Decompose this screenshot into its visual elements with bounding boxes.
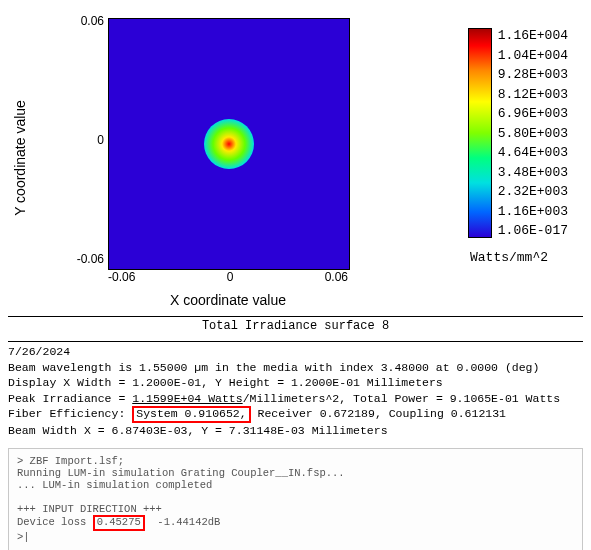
cb-tick: 6.96E+003 <box>498 106 568 121</box>
script-prompt-panel: > ZBF Import.lsf; Running LUM-in simulat… <box>8 448 583 550</box>
report-line: Beam Width X = 6.87403E-03, Y = 7.31148E… <box>8 424 388 437</box>
script-line: ... LUM-in simulation completed <box>17 479 212 491</box>
report-title: Total Irradiance surface 8 <box>8 319 583 333</box>
y-axis-label: Y coordinate value <box>12 100 28 216</box>
cb-tick: 4.64E+003 <box>498 145 568 160</box>
cb-tick: 8.12E+003 <box>498 87 568 102</box>
cb-tick: 1.16E+003 <box>498 204 568 219</box>
script-line: > ZBF Import.lsf; <box>17 455 124 467</box>
report-date: 7/26/2024 <box>8 345 70 358</box>
colorbar-unit: Watts/mm^2 <box>470 250 548 265</box>
y-tick: 0.06 <box>81 14 104 28</box>
script-line: -1.44142dB <box>145 516 221 528</box>
x-tick: 0 <box>227 270 234 284</box>
irradiance-plot: Y coordinate value 0.06 0 -0.06 -0.06 0 … <box>8 8 568 308</box>
peak-irradiance-value: 1.1599E+04 Watts <box>132 392 242 405</box>
colorbar-ticks: 1.16E+004 1.04E+004 9.28E+003 8.12E+003 … <box>498 28 568 238</box>
x-axis-ticks: -0.06 0 0.06 <box>108 270 348 284</box>
divider <box>8 341 583 342</box>
report-line: Beam wavelength is 1.55000 µm in the med… <box>8 361 539 374</box>
report-text: 7/26/2024 Beam wavelength is 1.55000 µm … <box>8 344 583 438</box>
report-line: Peak Irradiance = <box>8 392 132 405</box>
y-tick: 0 <box>97 133 104 147</box>
script-output[interactable]: > ZBF Import.lsf; Running LUM-in simulat… <box>9 449 582 550</box>
x-axis-label: X coordinate value <box>170 292 286 308</box>
report-line: Display X Width = 1.2000E-01, Y Height =… <box>8 376 443 389</box>
cb-tick: 1.06E-017 <box>498 223 568 238</box>
heatmap-canvas <box>108 18 350 270</box>
script-line: Device loss <box>17 516 93 528</box>
x-tick: -0.06 <box>108 270 135 284</box>
cb-tick: 1.16E+004 <box>498 28 568 43</box>
cb-tick: 5.80E+003 <box>498 126 568 141</box>
cb-tick: 2.32E+003 <box>498 184 568 199</box>
script-cursor: >| <box>17 531 30 543</box>
colorbar: 1.16E+004 1.04E+004 9.28E+003 8.12E+003 … <box>468 28 568 238</box>
y-axis-ticks: 0.06 0 -0.06 <box>68 14 104 266</box>
cb-tick: 1.04E+004 <box>498 48 568 63</box>
script-line: Running LUM-in simulation Grating Couple… <box>17 467 345 479</box>
report-line: Receiver 0.672189, Coupling 0.612131 <box>251 407 506 420</box>
irradiance-peak <box>204 119 254 169</box>
cb-tick: 3.48E+003 <box>498 165 568 180</box>
cb-tick: 9.28E+003 <box>498 67 568 82</box>
colorbar-gradient <box>468 28 492 238</box>
x-tick: 0.06 <box>325 270 348 284</box>
report-line: Fiber Efficiency: <box>8 407 132 420</box>
divider <box>8 316 583 317</box>
report-line: /Millimeters^2, Total Power = 9.1065E-01… <box>243 392 560 405</box>
script-line: +++ INPUT DIRECTION +++ <box>17 503 162 515</box>
device-loss-highlight: 0.45275 <box>93 515 145 531</box>
system-efficiency-highlight: System 0.910652, <box>132 406 250 423</box>
y-tick: -0.06 <box>77 252 104 266</box>
